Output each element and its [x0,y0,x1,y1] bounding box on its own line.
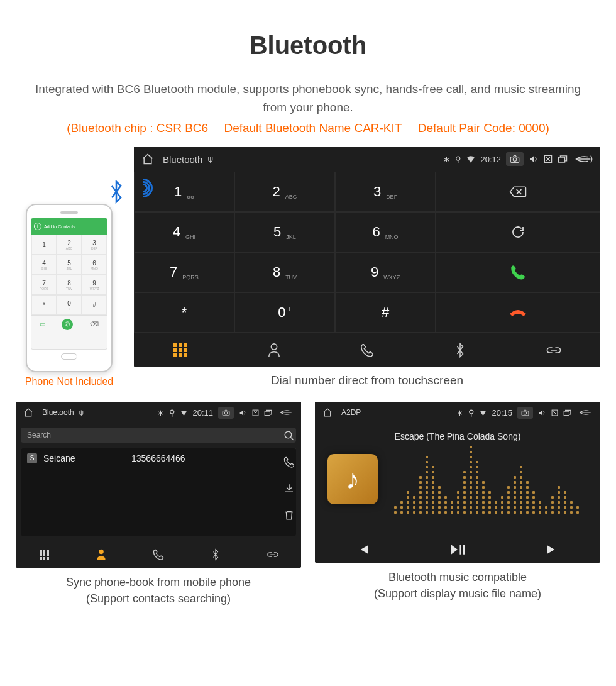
page-title: Bluetooth [16,31,600,60]
close-square-icon[interactable] [544,155,553,163]
nav-bluetooth[interactable] [187,541,244,568]
bluetooth-nav-icon [454,342,466,358]
wifi-icon [466,155,475,163]
screenshot-icon[interactable] [506,152,524,166]
person-icon [267,343,281,358]
contacts-screen: Bluetooth ψ ∗ ⚲ 20:11 Search S [16,402,301,568]
back-icon[interactable] [575,153,593,165]
svg-rect-3 [558,157,564,162]
add-icon: + [34,223,41,230]
back-icon[interactable] [280,408,294,417]
contact-initial: S [27,453,37,463]
dial-key-*[interactable]: * [134,292,234,333]
svg-point-6 [224,411,227,414]
dial-key-0[interactable]: 0+ [234,292,335,333]
nav-dialpad[interactable] [134,333,227,367]
dial-key-#[interactable]: # [335,292,436,333]
usb-icon: ψ [79,409,84,416]
dial-key-8[interactable]: 8TUV [234,252,335,292]
home-icon[interactable] [141,153,154,165]
dial-key-2[interactable]: 2ABC [234,172,335,212]
phone-outline-icon [360,343,374,357]
phone-key-0: 0+ [57,295,82,315]
dial-key-1[interactable]: 1ᴑᴑ [134,172,234,212]
link-icon [267,550,279,560]
play-pause-icon [450,543,465,556]
nav-calls[interactable] [130,541,187,568]
nav-contacts[interactable] [227,333,320,367]
nav-pair[interactable] [244,541,301,568]
next-track-button[interactable] [505,536,600,563]
search-input[interactable]: Search [21,428,296,443]
nav-pair[interactable] [507,333,600,367]
svg-point-4 [271,344,277,350]
phone-key-5: 5JKL [57,255,82,275]
phone-sms-icon: ▭ [40,321,45,328]
phone-not-included-label: Phone Not Included [16,376,123,387]
location-icon: ⚲ [455,155,461,164]
home-icon[interactable] [322,407,333,418]
visualizer [394,445,588,514]
phone-outline-icon [153,549,164,560]
phone-key-*: * [31,295,57,315]
prev-track-button[interactable] [315,536,410,563]
nav-dialpad[interactable] [16,541,73,568]
bt-status-icon: ∗ [443,155,450,164]
phone-key-#: # [82,295,107,315]
back-icon[interactable] [579,408,593,417]
dialer-caption: Dial number direct from touchscreen [134,373,600,387]
clock-label: 20:11 [192,408,213,418]
refresh-button[interactable] [436,212,600,252]
dial-key-6[interactable]: 6MNO [335,212,436,252]
play-pause-button[interactable] [410,536,505,563]
volume-icon[interactable] [538,409,546,416]
usb-icon: ψ [207,155,213,163]
volume-icon[interactable] [239,409,247,416]
call-button[interactable] [436,252,600,292]
side-search-icon[interactable] [283,430,295,441]
backspace-icon [509,185,527,198]
screenshot-icon[interactable] [218,407,234,419]
close-square-icon[interactable] [252,409,259,416]
music-note-icon: ♪ [346,463,360,495]
phone-dial-icon: ✆ [62,319,73,330]
home-icon[interactable] [23,407,33,418]
backspace-button[interactable] [436,172,600,212]
side-download-icon[interactable] [283,483,295,494]
album-art: ♪ [327,454,378,504]
nav-bluetooth[interactable] [414,333,507,367]
close-square-icon[interactable] [551,409,558,416]
phone-home-button [61,353,77,360]
screenshot-icon[interactable] [517,407,533,419]
phone-key-4: 4GHI [31,255,57,275]
nav-calls[interactable] [321,333,414,367]
person-icon [96,548,107,561]
clock-label: 20:15 [492,408,512,418]
location-icon: ⚲ [468,408,475,418]
side-call-icon[interactable] [283,456,295,468]
spec-pair: Default Pair Code: 0000) [418,121,549,135]
dial-key-3[interactable]: 3DEF [335,172,436,212]
recent-apps-icon[interactable] [558,155,568,163]
dial-key-5[interactable]: 5JKL [234,212,335,252]
dial-key-9[interactable]: 9WXYZ [335,252,436,292]
phone-key-3: 3DEF [82,235,107,255]
dial-key-7[interactable]: 7PQRS [134,252,234,292]
dialpad-icon [173,343,187,357]
next-icon [546,544,559,555]
phone-key-1: 1 [31,235,57,255]
volume-icon[interactable] [529,155,539,163]
phone-key-6: 6MNO [82,255,107,275]
recent-apps-icon[interactable] [264,409,272,416]
svg-rect-14 [564,411,569,416]
recent-apps-icon[interactable] [563,409,571,416]
bt-status-icon: ∗ [157,408,164,418]
phone-key-2: 2ABC [57,235,82,255]
side-delete-icon[interactable] [283,509,295,521]
contact-row[interactable]: S Seicane 13566664466 [21,448,296,468]
dial-key-4[interactable]: 4GHI [134,212,234,252]
nav-contacts[interactable] [73,541,130,568]
app-title: Bluetooth [42,408,74,417]
hangup-button[interactable] [436,292,600,333]
svg-point-12 [524,411,526,414]
